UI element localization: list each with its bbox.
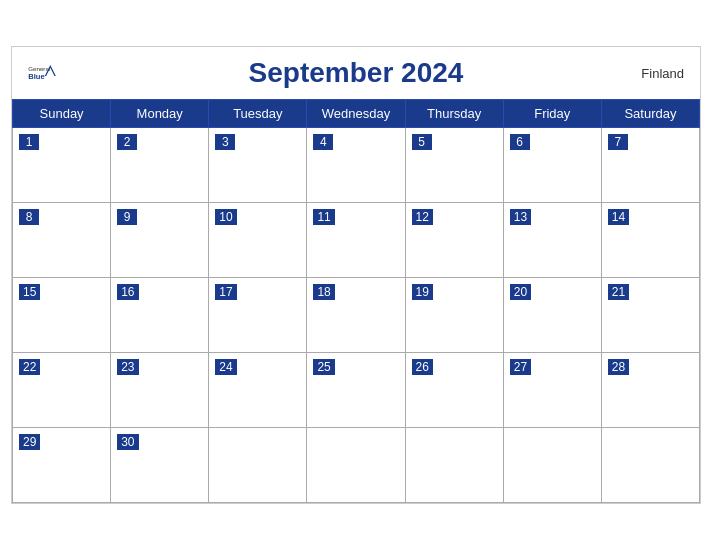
calendar-day-cell: 25 bbox=[307, 353, 405, 428]
day-number: 21 bbox=[608, 284, 629, 300]
day-number: 24 bbox=[215, 359, 236, 375]
calendar-title: September 2024 bbox=[249, 57, 464, 89]
calendar-day-cell: 28 bbox=[601, 353, 699, 428]
calendar-day-cell bbox=[307, 428, 405, 503]
calendar-day-cell bbox=[503, 428, 601, 503]
day-number: 7 bbox=[608, 134, 628, 150]
calendar-header: General Blue September 2024 Finland bbox=[12, 47, 700, 99]
calendar-day-cell: 14 bbox=[601, 203, 699, 278]
header-friday: Friday bbox=[503, 100, 601, 128]
day-number: 23 bbox=[117, 359, 138, 375]
day-number: 30 bbox=[117, 434, 138, 450]
day-number: 13 bbox=[510, 209, 531, 225]
day-number: 18 bbox=[313, 284, 334, 300]
calendar-day-cell: 29 bbox=[13, 428, 111, 503]
day-number: 16 bbox=[117, 284, 138, 300]
day-number: 20 bbox=[510, 284, 531, 300]
day-number: 4 bbox=[313, 134, 333, 150]
day-number: 11 bbox=[313, 209, 334, 225]
calendar-day-cell: 1 bbox=[13, 128, 111, 203]
calendar-week-row: 22232425262728 bbox=[13, 353, 700, 428]
day-number: 27 bbox=[510, 359, 531, 375]
calendar-week-row: 891011121314 bbox=[13, 203, 700, 278]
calendar-day-cell: 24 bbox=[209, 353, 307, 428]
day-number: 2 bbox=[117, 134, 137, 150]
day-number: 3 bbox=[215, 134, 235, 150]
brand-logo-area: General Blue bbox=[28, 64, 56, 83]
calendar-container: General Blue September 2024 Finland Sund… bbox=[11, 46, 701, 504]
calendar-day-cell: 26 bbox=[405, 353, 503, 428]
day-number: 26 bbox=[412, 359, 433, 375]
day-number: 10 bbox=[215, 209, 236, 225]
calendar-day-cell: 12 bbox=[405, 203, 503, 278]
header-monday: Monday bbox=[111, 100, 209, 128]
calendar-day-cell: 2 bbox=[111, 128, 209, 203]
day-number: 8 bbox=[19, 209, 39, 225]
calendar-day-cell bbox=[405, 428, 503, 503]
calendar-day-cell bbox=[209, 428, 307, 503]
day-number: 25 bbox=[313, 359, 334, 375]
calendar-day-cell: 11 bbox=[307, 203, 405, 278]
calendar-day-cell: 3 bbox=[209, 128, 307, 203]
day-number: 17 bbox=[215, 284, 236, 300]
calendar-day-cell: 27 bbox=[503, 353, 601, 428]
header-sunday: Sunday bbox=[13, 100, 111, 128]
calendar-day-cell: 6 bbox=[503, 128, 601, 203]
header-saturday: Saturday bbox=[601, 100, 699, 128]
calendar-day-cell: 16 bbox=[111, 278, 209, 353]
header-wednesday: Wednesday bbox=[307, 100, 405, 128]
day-number: 29 bbox=[19, 434, 40, 450]
calendar-day-cell bbox=[601, 428, 699, 503]
country-label: Finland bbox=[641, 66, 684, 81]
calendar-day-cell: 4 bbox=[307, 128, 405, 203]
day-number: 14 bbox=[608, 209, 629, 225]
calendar-week-row: 2930 bbox=[13, 428, 700, 503]
calendar-week-row: 1234567 bbox=[13, 128, 700, 203]
header-thursday: Thursday bbox=[405, 100, 503, 128]
calendar-day-cell: 23 bbox=[111, 353, 209, 428]
calendar-day-cell: 15 bbox=[13, 278, 111, 353]
calendar-day-cell: 8 bbox=[13, 203, 111, 278]
calendar-day-cell: 13 bbox=[503, 203, 601, 278]
calendar-day-cell: 7 bbox=[601, 128, 699, 203]
calendar-week-row: 15161718192021 bbox=[13, 278, 700, 353]
calendar-day-cell: 22 bbox=[13, 353, 111, 428]
svg-text:Blue: Blue bbox=[28, 72, 45, 81]
weekday-header-row: Sunday Monday Tuesday Wednesday Thursday… bbox=[13, 100, 700, 128]
day-number: 12 bbox=[412, 209, 433, 225]
day-number: 15 bbox=[19, 284, 40, 300]
calendar-table: Sunday Monday Tuesday Wednesday Thursday… bbox=[12, 99, 700, 503]
day-number: 9 bbox=[117, 209, 137, 225]
day-number: 6 bbox=[510, 134, 530, 150]
calendar-day-cell: 19 bbox=[405, 278, 503, 353]
calendar-day-cell: 5 bbox=[405, 128, 503, 203]
calendar-body: 1234567891011121314151617181920212223242… bbox=[13, 128, 700, 503]
calendar-day-cell: 20 bbox=[503, 278, 601, 353]
day-number: 1 bbox=[19, 134, 39, 150]
calendar-day-cell: 10 bbox=[209, 203, 307, 278]
calendar-day-cell: 30 bbox=[111, 428, 209, 503]
header-tuesday: Tuesday bbox=[209, 100, 307, 128]
day-number: 5 bbox=[412, 134, 432, 150]
day-number: 22 bbox=[19, 359, 40, 375]
calendar-day-cell: 17 bbox=[209, 278, 307, 353]
calendar-day-cell: 18 bbox=[307, 278, 405, 353]
day-number: 19 bbox=[412, 284, 433, 300]
calendar-day-cell: 21 bbox=[601, 278, 699, 353]
calendar-day-cell: 9 bbox=[111, 203, 209, 278]
day-number: 28 bbox=[608, 359, 629, 375]
